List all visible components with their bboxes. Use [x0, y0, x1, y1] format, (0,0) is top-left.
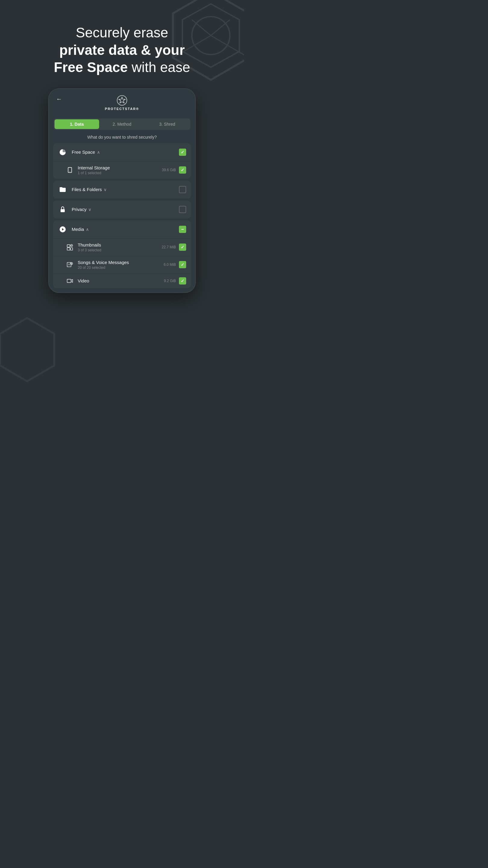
play-icon: [58, 224, 67, 234]
files-folders-right: [179, 186, 186, 193]
svg-point-22: [71, 263, 72, 264]
media-right: [179, 226, 186, 233]
svg-rect-15: [67, 245, 70, 247]
privacy-right: [179, 206, 186, 213]
phone-header: ← PROTECTSTAR®: [49, 89, 195, 114]
tab-method[interactable]: 2. Method: [100, 119, 144, 129]
songs-voice-sublabel: 20 of 20 selected: [78, 266, 159, 270]
songs-voice-row[interactable]: Songs & Voice Messages 20 of 20 selected…: [53, 256, 191, 273]
privacy-label: Privacy ∨: [72, 207, 175, 212]
songs-icon: [66, 261, 73, 268]
tab-navigation: 1. Data 2. Method 3. Shred: [54, 119, 190, 130]
internal-storage-sublabel: 1 of 1 selected: [78, 171, 158, 175]
privacy-content: Privacy ∨: [72, 207, 175, 212]
media-row[interactable]: Media ∧: [53, 220, 191, 239]
free-space-row[interactable]: Free Space ∧: [53, 143, 191, 161]
internal-storage-label: Internal Storage: [78, 165, 158, 170]
privacy-chevron: ∨: [88, 207, 91, 212]
media-content: Media ∧: [72, 227, 175, 232]
thumbnails-content: Thumbnails 3 of 3 selected: [78, 242, 158, 252]
tab-shred[interactable]: 3. Shred: [145, 119, 190, 129]
internal-storage-row[interactable]: Internal Storage 1 of 1 selected 39.6 Gi…: [53, 161, 191, 179]
video-size: 9.2 GiB: [164, 279, 176, 283]
svg-marker-7: [0, 318, 54, 381]
files-folders-section: Files & Folders ∨: [53, 181, 191, 198]
internal-storage-size: 39.6 GiB: [162, 168, 176, 172]
files-folders-chevron: ∨: [104, 187, 107, 192]
svg-rect-23: [67, 279, 71, 282]
files-folders-label: Files & Folders ∨: [72, 187, 175, 192]
free-space-chevron: ∧: [97, 150, 100, 155]
songs-voice-label: Songs & Voice Messages: [78, 260, 159, 265]
svg-rect-19: [70, 248, 73, 250]
free-space-label: Free Space ∧: [72, 150, 175, 155]
songs-voice-checkbox[interactable]: [179, 261, 186, 268]
media-section: Media ∧: [53, 220, 191, 288]
files-folders-checkbox[interactable]: [179, 186, 186, 193]
thumbnails-row[interactable]: Thumbnails 3 of 3 selected 22.7 MiB: [53, 239, 191, 256]
thumbnails-label: Thumbnails: [78, 242, 158, 247]
svg-marker-9: [119, 97, 125, 103]
tab-data[interactable]: 1. Data: [55, 119, 99, 129]
svg-point-11: [70, 171, 70, 172]
privacy-section: Privacy ∨: [53, 200, 191, 218]
songs-voice-content: Songs & Voice Messages 20 of 20 selected: [78, 260, 159, 270]
free-space-checkbox[interactable]: [179, 149, 186, 156]
media-checkbox[interactable]: [179, 226, 186, 233]
shred-list: Free Space ∧ Internal Storage: [49, 143, 195, 292]
media-label: Media ∧: [72, 227, 175, 232]
pie-chart-icon: [58, 147, 67, 157]
songs-voice-size: 6.0 MiB: [164, 262, 176, 267]
media-chevron: ∧: [86, 227, 89, 232]
video-checkbox[interactable]: [179, 277, 186, 284]
songs-voice-right: 6.0 MiB: [164, 261, 186, 268]
privacy-row[interactable]: Privacy ∨: [53, 200, 191, 218]
svg-point-17: [71, 245, 72, 246]
shred-question: What do you want to shred securely?: [49, 130, 195, 143]
svg-rect-12: [61, 209, 65, 212]
free-space-right: [179, 149, 186, 156]
thumbnails-size: 22.7 MiB: [162, 245, 176, 249]
video-row[interactable]: Video 9.2 GiB: [53, 273, 191, 288]
svg-rect-18: [67, 248, 70, 250]
thumbnails-right: 22.7 MiB: [162, 244, 186, 251]
free-space-content: Free Space ∧: [72, 150, 175, 155]
phone-icon: [66, 166, 73, 174]
logo-area: PROTECTSTAR®: [105, 95, 139, 111]
files-folders-row[interactable]: Files & Folders ∨: [53, 181, 191, 198]
logo-text: PROTECTSTAR®: [105, 107, 139, 111]
free-space-section: Free Space ∧ Internal Storage: [53, 143, 191, 179]
phone-mockup: ← PROTECTSTAR® 1. Data 2. Method 3. Shre…: [48, 88, 196, 293]
lock-icon: [58, 205, 67, 214]
svg-marker-24: [71, 279, 73, 282]
video-content: Video: [78, 278, 160, 283]
internal-storage-content: Internal Storage 1 of 1 selected: [78, 165, 158, 175]
files-folders-content: Files & Folders ∨: [72, 187, 175, 192]
internal-storage-checkbox[interactable]: [179, 166, 186, 174]
thumbnails-sublabel: 3 of 3 selected: [78, 248, 158, 252]
logo-icon: [117, 95, 127, 106]
video-right: 9.2 GiB: [164, 277, 186, 284]
video-label: Video: [78, 278, 160, 283]
video-icon: [66, 277, 73, 284]
privacy-checkbox[interactable]: [179, 206, 186, 213]
thumbnails-icon: [66, 244, 73, 251]
thumbnails-checkbox[interactable]: [179, 244, 186, 251]
folder-icon: [58, 185, 67, 194]
hero-title: Securely erase private data & your Free …: [12, 24, 232, 76]
internal-storage-right: 39.6 GiB: [162, 166, 186, 174]
back-button[interactable]: ←: [56, 96, 62, 102]
hero-section: Securely erase private data & your Free …: [0, 0, 244, 88]
